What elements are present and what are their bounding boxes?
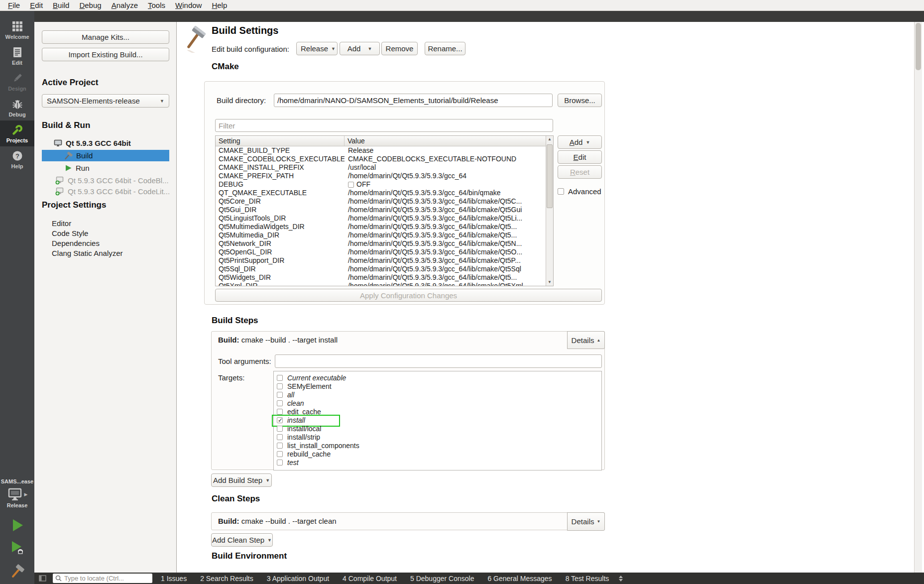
menu-item[interactable]: Edit	[25, 0, 48, 10]
target-row[interactable]: clean	[274, 399, 601, 407]
cmake-variable-row[interactable]: Qt5Widgets_DIR /home/dmarin/Qt/Qt5.9.3/5…	[216, 273, 546, 282]
value-checkbox[interactable]	[348, 182, 354, 188]
cmake-variable-row[interactable]: Qt5Network_DIR /home/dmarin/Qt/Qt5.9.3/5…	[216, 239, 546, 248]
mode-edit[interactable]: Edit	[0, 43, 34, 69]
target-checkbox[interactable]	[277, 392, 283, 398]
menu-item[interactable]: File	[3, 0, 25, 10]
target-checkbox[interactable]	[277, 460, 283, 466]
cmake-variable-row[interactable]: Qt5LinguistTools_DIR /home/dmarin/Qt/Qt5…	[216, 214, 546, 223]
scroll-down-icon[interactable]: ▼	[546, 279, 553, 286]
debug-run-button[interactable]	[9, 540, 25, 557]
import-existing-build-button[interactable]: Import Existing Build...	[42, 48, 169, 61]
target-checkbox[interactable]	[277, 443, 283, 449]
tree-item-disabled-kit[interactable]: Qt 5.9.3 GCC 64bit - CodeLit...	[55, 186, 170, 197]
output-pane-tab[interactable]: 1 Issues	[161, 575, 187, 583]
cmake-variable-row[interactable]: CMAKE_BUILD_TYPE Release	[216, 146, 546, 155]
cmake-variable-row[interactable]: QT_QMAKE_EXECUTABLE /home/dmarin/Qt/Qt5.…	[216, 189, 546, 197]
active-project-select[interactable]: SAMSON-Elements-release ▼	[42, 94, 169, 108]
target-row[interactable]: install	[274, 416, 601, 424]
output-pane-tab[interactable]: 5 Debugger Console	[410, 575, 474, 583]
target-row[interactable]: SEMyElement	[274, 382, 601, 390]
scroll-up-icon[interactable]: ▲	[546, 136, 553, 143]
cmake-variable-row[interactable]: DEBUG OFF	[216, 180, 546, 189]
target-checkbox[interactable]	[277, 434, 283, 440]
mode-debug[interactable]: Debug	[0, 95, 34, 120]
cmake-variable-row[interactable]: CMAKE_CODEBLOCKS_EXECUTABLE CMAKE_CODEBL…	[216, 155, 546, 163]
add-clean-step-button[interactable]: Add Clean Step▼	[211, 533, 273, 547]
target-checkbox[interactable]	[277, 409, 283, 415]
cmake-variable-row[interactable]: CMAKE_PREFIX_PATH /home/dmarin/Qt/Qt5.9.…	[216, 172, 546, 180]
sidebar-toggle-icon[interactable]	[39, 575, 47, 582]
mode-welcome[interactable]: Welcome	[0, 17, 34, 43]
kit-selector-button[interactable]: ▶	[7, 487, 28, 501]
target-row[interactable]: list_install_components	[274, 441, 601, 450]
output-pane-tab[interactable]: 2 Search Results	[200, 575, 253, 583]
target-checkbox[interactable]	[277, 400, 283, 406]
output-pane-tab[interactable]: 8 Test Results	[566, 575, 609, 583]
target-row[interactable]: rebuild_cache	[274, 450, 601, 458]
target-checkbox[interactable]	[277, 375, 283, 381]
target-row[interactable]: test	[274, 458, 601, 467]
edit-variable-button[interactable]: Edit	[558, 150, 602, 164]
project-settings-item[interactable]: Code Style	[52, 229, 88, 238]
cmake-filter-input[interactable]	[215, 119, 553, 132]
column-header-value[interactable]: Value	[345, 136, 365, 146]
cmake-variable-row[interactable]: Qt5PrintSupport_DIR /home/dmarin/Qt/Qt5.…	[216, 256, 546, 265]
target-row[interactable]: install/local	[274, 424, 601, 433]
mode-help[interactable]: ? Help	[0, 146, 34, 172]
active-project-badge[interactable]: SAMS...ease	[1, 478, 33, 484]
target-checkbox[interactable]	[277, 417, 283, 423]
cmake-variable-row[interactable]: Qt5MultimediaWidgets_DIR /home/dmarin/Qt…	[216, 223, 546, 231]
advanced-checkbox[interactable]	[558, 188, 564, 195]
cmake-variable-row[interactable]: Qt5Gui_DIR /home/dmarin/Qt/Qt5.9.3/5.9.3…	[216, 206, 546, 214]
locator-field[interactable]: Type to locate (Ctrl...	[53, 574, 152, 583]
menu-item[interactable]: Analyze	[107, 0, 143, 10]
run-button[interactable]	[10, 518, 25, 533]
cmake-variable-row[interactable]: Qt5Sql_DIR /home/dmarin/Qt/Qt5.9.3/5.9.3…	[216, 265, 546, 273]
page-scrollbar-thumb[interactable]	[916, 23, 921, 70]
tool-arguments-input[interactable]	[275, 354, 602, 368]
table-scrollbar[interactable]: ▲ ▼	[546, 136, 553, 286]
project-settings-item[interactable]: Dependencies	[52, 238, 100, 248]
project-settings-item[interactable]: Editor	[52, 219, 71, 228]
menu-item[interactable]: Debug	[74, 0, 106, 10]
menu-item[interactable]: Window	[170, 0, 207, 10]
advanced-toggle[interactable]: Advanced	[558, 187, 601, 196]
target-checkbox[interactable]	[277, 383, 283, 389]
target-row[interactable]: all	[274, 390, 601, 399]
pane-updown-icon[interactable]	[618, 575, 623, 582]
scrollbar-thumb[interactable]	[547, 144, 553, 208]
target-checkbox[interactable]	[277, 426, 283, 432]
tree-item-build[interactable]: Build	[42, 150, 169, 161]
cmake-variable-row[interactable]: Qt5Xml_DIR /home/dmarin/Qt/Qt5.9.3/5.9.3…	[216, 282, 546, 286]
cmake-variable-row[interactable]: Qt5Core_DIR /home/dmarin/Qt/Qt5.9.3/5.9.…	[216, 197, 546, 206]
column-header-setting[interactable]: Setting	[216, 136, 345, 146]
target-row[interactable]: Current executable	[274, 373, 601, 382]
build-button[interactable]	[10, 564, 24, 579]
manage-kits-button[interactable]: Manage Kits...	[42, 30, 169, 44]
target-row[interactable]: edit_cache	[274, 407, 601, 416]
menu-item[interactable]: Build	[48, 0, 74, 10]
output-pane-tab[interactable]: 3 Application Output	[267, 575, 329, 583]
add-variable-button[interactable]: Add▼	[558, 135, 602, 149]
cmake-variable-row[interactable]: CMAKE_INSTALL_PREFIX /usr/local	[216, 163, 546, 172]
cmake-variable-row[interactable]: Qt5Multimedia_DIR /home/dmarin/Qt/Qt5.9.…	[216, 231, 546, 239]
output-pane-tab[interactable]: 6 General Messages	[487, 575, 552, 583]
add-config-button[interactable]: Add▼	[340, 42, 380, 55]
tree-item-run[interactable]: Run	[65, 162, 90, 174]
output-pane-tab[interactable]: 4 Compile Output	[343, 575, 397, 583]
add-build-step-button[interactable]: Add Build Step▼	[211, 473, 272, 487]
menu-item[interactable]: Tools	[143, 0, 170, 10]
remove-config-button[interactable]: Remove	[381, 42, 418, 55]
build-directory-input[interactable]	[274, 94, 553, 107]
config-select[interactable]: Release▼	[296, 42, 338, 55]
cmake-variable-row[interactable]: Qt5OpenGL_DIR /home/dmarin/Qt/Qt5.9.3/5.…	[216, 248, 546, 256]
menu-item[interactable]: Help	[207, 0, 232, 10]
project-settings-item[interactable]: Clang Static Analyzer	[52, 248, 123, 258]
mode-projects[interactable]: Projects	[0, 120, 34, 146]
tree-item-disabled-kit[interactable]: Qt 5.9.3 GCC 64bit - CodeBl...	[55, 175, 169, 186]
tree-item-kit[interactable]: Qt 5.9.3 GCC 64bit	[54, 137, 131, 149]
rename-config-button[interactable]: Rename...	[425, 42, 465, 55]
browse-button[interactable]: Browse...	[558, 94, 602, 107]
page-scrollbar[interactable]	[914, 22, 922, 573]
